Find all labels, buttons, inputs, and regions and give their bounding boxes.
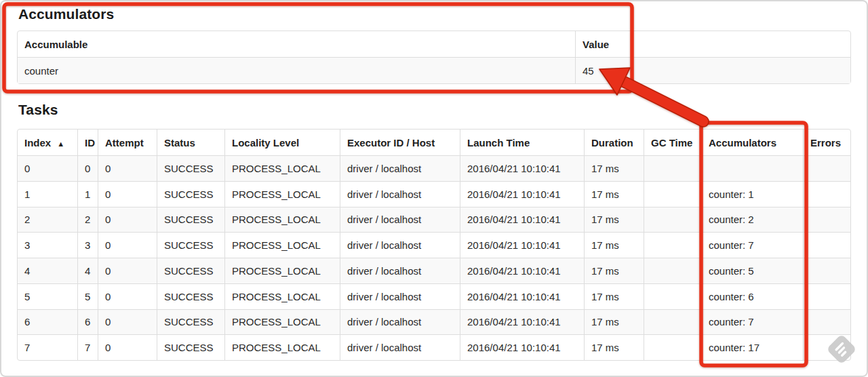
task-row-cell-duration: 17 ms <box>584 181 644 207</box>
task-row-cell-status: SUCCESS <box>157 181 224 207</box>
task-row-cell-attempt: 0 <box>98 334 157 360</box>
task-row-cell-executor-id-host: driver / localhost <box>340 155 460 181</box>
task-row-cell-locality-level: PROCESS_LOCAL <box>224 155 340 181</box>
task-row-cell-launch-time: 2016/04/21 10:10:41 <box>460 309 584 335</box>
task-row-cell-duration: 17 ms <box>584 283 644 309</box>
accumulators-heading: Accumulators <box>18 6 114 22</box>
task-row-cell-locality-level: PROCESS_LOCAL <box>224 283 340 309</box>
task-row-cell-status: SUCCESS <box>157 207 224 233</box>
task-row-cell-errors <box>803 155 850 181</box>
task-row-cell-accumulators: counter: 1 <box>701 181 803 207</box>
task-row: 220SUCCESSPROCESS_LOCALdriver / localhos… <box>18 207 850 233</box>
col-header-errors[interactable]: Errors <box>803 130 850 155</box>
col-header-accumulators[interactable]: Accumulators <box>701 130 803 155</box>
task-row-cell-errors <box>803 207 850 233</box>
accumulators-table-body: counter45 <box>18 57 850 83</box>
task-row: 440SUCCESSPROCESS_LOCALdriver / localhos… <box>18 258 850 283</box>
task-row-cell-executor-id-host: driver / localhost <box>340 181 460 207</box>
task-row: 770SUCCESSPROCESS_LOCALdriver / localhos… <box>18 334 850 360</box>
task-row-cell-launch-time: 2016/04/21 10:10:41 <box>460 155 584 181</box>
task-row-cell-attempt: 0 <box>98 283 157 309</box>
task-row-cell-duration: 17 ms <box>584 258 644 283</box>
task-row-cell-id: 5 <box>77 283 98 309</box>
task-row-cell-launch-time: 2016/04/21 10:10:41 <box>460 334 584 360</box>
accumulators-table-header: AccumulableValue <box>18 31 850 57</box>
task-row-cell-status: SUCCESS <box>157 232 224 258</box>
task-row-cell-id: 2 <box>77 207 98 233</box>
task-row-cell-locality-level: PROCESS_LOCAL <box>224 258 340 283</box>
task-row-cell-attempt: 0 <box>98 181 157 207</box>
task-row-cell-errors <box>803 334 850 360</box>
task-row-cell-index: 1 <box>18 181 77 207</box>
task-row-cell-attempt: 0 <box>98 207 157 233</box>
col-header-gc-time[interactable]: GC Time <box>644 130 701 155</box>
task-row-cell-executor-id-host: driver / localhost <box>340 309 460 335</box>
task-row-cell-executor-id-host: driver / localhost <box>340 283 460 309</box>
col-header-value[interactable]: Value <box>575 31 850 57</box>
task-row-cell-index: 6 <box>18 309 77 335</box>
task-row-cell-accumulators: counter: 17 <box>701 334 803 360</box>
task-row-cell-index: 4 <box>18 258 77 283</box>
tasks-heading: Tasks <box>18 102 58 118</box>
task-row-cell-index: 0 <box>18 155 77 181</box>
task-row-cell-executor-id-host: driver / localhost <box>340 207 460 233</box>
task-row-cell-accumulators: counter: 2 <box>701 207 803 233</box>
task-row-cell-locality-level: PROCESS_LOCAL <box>224 232 340 258</box>
task-row-cell-duration: 17 ms <box>584 207 644 233</box>
col-header-status[interactable]: Status <box>157 130 224 155</box>
task-row: 660SUCCESSPROCESS_LOCALdriver / localhos… <box>18 309 850 335</box>
task-row-cell-status: SUCCESS <box>157 334 224 360</box>
task-row-cell-attempt: 0 <box>98 155 157 181</box>
task-row-cell-gc-time <box>644 334 701 360</box>
task-row-cell-duration: 17 ms <box>584 232 644 258</box>
col-header-launch-time[interactable]: Launch Time <box>460 130 584 155</box>
task-row-cell-attempt: 0 <box>98 232 157 258</box>
task-row-cell-id: 1 <box>77 181 98 207</box>
task-row-cell-gc-time <box>644 258 701 283</box>
task-row: 330SUCCESSPROCESS_LOCALdriver / localhos… <box>18 232 850 258</box>
task-row-cell-launch-time: 2016/04/21 10:10:41 <box>460 181 584 207</box>
task-row-cell-executor-id-host: driver / localhost <box>340 334 460 360</box>
task-row-cell-launch-time: 2016/04/21 10:10:41 <box>460 207 584 233</box>
col-header-locality-level[interactable]: Locality Level <box>224 130 340 155</box>
col-header-duration[interactable]: Duration <box>584 130 644 155</box>
task-row-cell-gc-time <box>644 283 701 309</box>
task-row-cell-id: 6 <box>77 309 98 335</box>
header-row: Index▲IDAttemptStatusLocality LevelExecu… <box>18 130 850 155</box>
task-row-cell-duration: 17 ms <box>584 155 644 181</box>
task-row-cell-status: SUCCESS <box>157 309 224 335</box>
col-header-accumulable[interactable]: Accumulable <box>18 31 575 57</box>
task-row-cell-launch-time: 2016/04/21 10:10:41 <box>460 258 584 283</box>
task-row-cell-id: 7 <box>77 334 98 360</box>
tasks-table-body: 000SUCCESSPROCESS_LOCALdriver / localhos… <box>18 155 850 360</box>
accumulators-table: AccumulableValue counter45 <box>17 31 851 84</box>
spark-stage-page: Accumulators AccumulableValue counter45 … <box>0 0 868 377</box>
col-header-index[interactable]: Index▲ <box>18 130 77 155</box>
task-row: 550SUCCESSPROCESS_LOCALdriver / localhos… <box>18 283 850 309</box>
task-row-cell-accumulators: counter: 6 <box>701 283 803 309</box>
task-row-cell-launch-time: 2016/04/21 10:10:41 <box>460 232 584 258</box>
tasks-table: Index▲IDAttemptStatusLocality LevelExecu… <box>17 129 851 361</box>
task-row-cell-id: 4 <box>77 258 98 283</box>
task-row-cell-gc-time <box>644 207 701 233</box>
task-row-cell-duration: 17 ms <box>584 309 644 335</box>
col-header-executor-id-host[interactable]: Executor ID / Host <box>340 130 460 155</box>
task-row-cell-executor-id-host: driver / localhost <box>340 258 460 283</box>
task-row-cell-attempt: 0 <box>98 258 157 283</box>
task-row-cell-errors <box>803 181 850 207</box>
task-row-cell-index: 2 <box>18 207 77 233</box>
task-row: 110SUCCESSPROCESS_LOCALdriver / localhos… <box>18 181 850 207</box>
task-row-cell-errors <box>803 232 850 258</box>
task-row-cell-locality-level: PROCESS_LOCAL <box>224 181 340 207</box>
task-row-cell-status: SUCCESS <box>157 283 224 309</box>
task-row-cell-gc-time <box>644 181 701 207</box>
task-row-cell-launch-time: 2016/04/21 10:10:41 <box>460 283 584 309</box>
task-row-cell-accumulators: counter: 7 <box>701 309 803 335</box>
task-row-cell-index: 3 <box>18 232 77 258</box>
task-row-cell-accumulators: counter: 7 <box>701 232 803 258</box>
col-header-id[interactable]: ID <box>77 130 98 155</box>
accumulable-row-cell-accumulable: counter <box>18 57 575 83</box>
task-row-cell-gc-time <box>644 232 701 258</box>
col-header-attempt[interactable]: Attempt <box>98 130 157 155</box>
task-row-cell-locality-level: PROCESS_LOCAL <box>224 207 340 233</box>
